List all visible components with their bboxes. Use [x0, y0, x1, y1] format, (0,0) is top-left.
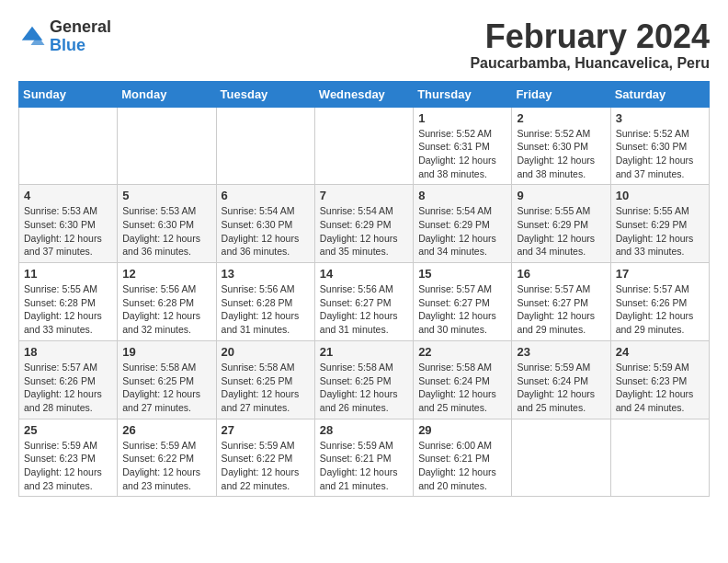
day-number: 27	[222, 423, 310, 437]
calendar-cell: 6Sunrise: 5:54 AMSunset: 6:30 PMDaylight…	[216, 185, 314, 263]
day-number: 14	[320, 267, 408, 281]
calendar-cell: 22Sunrise: 5:58 AMSunset: 6:24 PMDayligh…	[414, 340, 512, 419]
calendar-cell: 14Sunrise: 5:56 AMSunset: 6:27 PMDayligh…	[314, 263, 413, 341]
logo-blue-text: Blue	[50, 36, 85, 54]
day-number: 21	[320, 345, 408, 359]
calendar-cell: 18Sunrise: 5:57 AMSunset: 6:26 PMDayligh…	[19, 340, 118, 419]
calendar-cell: 28Sunrise: 5:59 AMSunset: 6:21 PMDayligh…	[314, 419, 413, 497]
day-info: Sunrise: 5:59 AMSunset: 6:23 PMDaylight:…	[24, 439, 112, 493]
day-info: Sunrise: 6:00 AMSunset: 6:21 PMDaylight:…	[418, 439, 506, 493]
calendar-cell	[118, 107, 216, 185]
calendar-subtitle: Paucarbamba, Huancavelica, Peru	[470, 55, 710, 72]
day-number: 26	[122, 423, 210, 437]
day-info: Sunrise: 5:59 AMSunset: 6:22 PMDaylight:…	[122, 439, 210, 493]
calendar-table: SundayMondayTuesdayWednesdayThursdayFrid…	[18, 81, 710, 498]
day-info: Sunrise: 5:55 AMSunset: 6:29 PMDaylight:…	[616, 204, 704, 259]
day-number: 4	[24, 189, 112, 202]
day-info: Sunrise: 5:52 AMSunset: 6:30 PMDaylight:…	[517, 127, 605, 181]
calendar-cell: 23Sunrise: 5:59 AMSunset: 6:24 PMDayligh…	[512, 340, 610, 419]
calendar-cell	[216, 107, 314, 185]
weekday-header-thursday: Thursday	[414, 81, 512, 107]
day-number: 23	[517, 345, 605, 359]
weekday-header-sunday: Sunday	[19, 81, 118, 107]
calendar-week-3: 11Sunrise: 5:55 AMSunset: 6:28 PMDayligh…	[19, 263, 710, 341]
calendar-cell: 27Sunrise: 5:59 AMSunset: 6:22 PMDayligh…	[216, 419, 314, 497]
day-number: 15	[418, 267, 506, 281]
title-section: February 2024 Paucarbamba, Huancavelica,…	[470, 18, 710, 72]
day-number: 16	[517, 267, 605, 281]
day-info: Sunrise: 5:54 AMSunset: 6:30 PMDaylight:…	[222, 204, 310, 259]
calendar-cell: 26Sunrise: 5:59 AMSunset: 6:22 PMDayligh…	[118, 419, 216, 497]
day-number: 29	[418, 423, 506, 437]
day-info: Sunrise: 5:59 AMSunset: 6:24 PMDaylight:…	[517, 361, 605, 415]
day-info: Sunrise: 5:59 AMSunset: 6:21 PMDaylight:…	[320, 439, 408, 493]
day-info: Sunrise: 5:57 AMSunset: 6:27 PMDaylight:…	[418, 282, 506, 337]
day-info: Sunrise: 5:54 AMSunset: 6:29 PMDaylight:…	[320, 204, 408, 259]
calendar-header: SundayMondayTuesdayWednesdayThursdayFrid…	[19, 81, 710, 107]
page-header: General Blue February 2024 Paucarbamba, …	[18, 18, 710, 72]
calendar-cell: 5Sunrise: 5:53 AMSunset: 6:30 PMDaylight…	[118, 185, 216, 263]
weekday-header-tuesday: Tuesday	[216, 81, 314, 107]
calendar-cell: 3Sunrise: 5:52 AMSunset: 6:30 PMDaylight…	[610, 107, 709, 185]
logo: General Blue	[18, 18, 111, 55]
calendar-title: February 2024	[470, 18, 710, 55]
calendar-week-2: 4Sunrise: 5:53 AMSunset: 6:30 PMDaylight…	[19, 185, 710, 263]
calendar-cell: 2Sunrise: 5:52 AMSunset: 6:30 PMDaylight…	[512, 107, 610, 185]
day-info: Sunrise: 5:56 AMSunset: 6:27 PMDaylight:…	[320, 282, 408, 337]
day-info: Sunrise: 5:58 AMSunset: 6:25 PMDaylight:…	[222, 361, 310, 415]
day-number: 24	[616, 345, 704, 359]
day-number: 25	[24, 423, 112, 437]
day-info: Sunrise: 5:55 AMSunset: 6:29 PMDaylight:…	[517, 204, 605, 259]
calendar-cell: 9Sunrise: 5:55 AMSunset: 6:29 PMDaylight…	[512, 185, 610, 263]
day-number: 13	[222, 267, 310, 281]
calendar-cell: 19Sunrise: 5:58 AMSunset: 6:25 PMDayligh…	[118, 340, 216, 419]
calendar-cell	[19, 107, 118, 185]
day-info: Sunrise: 5:55 AMSunset: 6:28 PMDaylight:…	[24, 282, 112, 337]
calendar-week-1: 1Sunrise: 5:52 AMSunset: 6:31 PMDaylight…	[19, 107, 710, 185]
calendar-cell: 11Sunrise: 5:55 AMSunset: 6:28 PMDayligh…	[19, 263, 118, 341]
day-info: Sunrise: 5:57 AMSunset: 6:26 PMDaylight:…	[616, 282, 704, 337]
day-info: Sunrise: 5:54 AMSunset: 6:29 PMDaylight:…	[418, 204, 506, 259]
calendar-cell: 16Sunrise: 5:57 AMSunset: 6:27 PMDayligh…	[512, 263, 610, 341]
weekday-header-wednesday: Wednesday	[314, 81, 413, 107]
calendar-body: 1Sunrise: 5:52 AMSunset: 6:31 PMDaylight…	[19, 107, 710, 497]
day-info: Sunrise: 5:59 AMSunset: 6:23 PMDaylight:…	[616, 361, 704, 415]
day-number: 6	[222, 189, 310, 202]
day-number: 28	[320, 423, 408, 437]
calendar-cell: 12Sunrise: 5:56 AMSunset: 6:28 PMDayligh…	[118, 263, 216, 341]
day-number: 2	[517, 111, 605, 125]
calendar-cell: 8Sunrise: 5:54 AMSunset: 6:29 PMDaylight…	[414, 185, 512, 263]
day-number: 1	[418, 111, 506, 125]
day-info: Sunrise: 5:56 AMSunset: 6:28 PMDaylight:…	[222, 282, 310, 337]
day-number: 8	[418, 189, 506, 202]
day-number: 22	[418, 345, 506, 359]
calendar-cell: 20Sunrise: 5:58 AMSunset: 6:25 PMDayligh…	[216, 340, 314, 419]
calendar-cell: 24Sunrise: 5:59 AMSunset: 6:23 PMDayligh…	[610, 340, 709, 419]
weekday-header-saturday: Saturday	[610, 81, 709, 107]
calendar-cell	[610, 419, 709, 497]
day-info: Sunrise: 5:52 AMSunset: 6:31 PMDaylight:…	[418, 127, 506, 181]
day-number: 7	[320, 189, 408, 202]
day-info: Sunrise: 5:56 AMSunset: 6:28 PMDaylight:…	[122, 282, 210, 337]
calendar-cell: 29Sunrise: 6:00 AMSunset: 6:21 PMDayligh…	[414, 419, 512, 497]
calendar-cell: 25Sunrise: 5:59 AMSunset: 6:23 PMDayligh…	[19, 419, 118, 497]
calendar-week-5: 25Sunrise: 5:59 AMSunset: 6:23 PMDayligh…	[19, 419, 710, 497]
calendar-cell: 7Sunrise: 5:54 AMSunset: 6:29 PMDaylight…	[314, 185, 413, 263]
weekday-header-monday: Monday	[118, 81, 216, 107]
logo-general-text: General	[50, 17, 111, 36]
calendar-cell: 13Sunrise: 5:56 AMSunset: 6:28 PMDayligh…	[216, 263, 314, 341]
day-number: 9	[517, 189, 605, 202]
calendar-cell: 15Sunrise: 5:57 AMSunset: 6:27 PMDayligh…	[414, 263, 512, 341]
day-info: Sunrise: 5:52 AMSunset: 6:30 PMDaylight:…	[616, 127, 704, 181]
day-info: Sunrise: 5:58 AMSunset: 6:24 PMDaylight:…	[418, 361, 506, 415]
day-info: Sunrise: 5:58 AMSunset: 6:25 PMDaylight:…	[320, 361, 408, 415]
day-info: Sunrise: 5:53 AMSunset: 6:30 PMDaylight:…	[24, 204, 112, 259]
weekday-header-friday: Friday	[512, 81, 610, 107]
day-info: Sunrise: 5:57 AMSunset: 6:26 PMDaylight:…	[24, 361, 112, 415]
weekday-header-row: SundayMondayTuesdayWednesdayThursdayFrid…	[19, 81, 710, 107]
day-number: 12	[122, 267, 210, 281]
day-info: Sunrise: 5:59 AMSunset: 6:22 PMDaylight:…	[222, 439, 310, 493]
logo-icon	[18, 23, 46, 51]
day-number: 17	[616, 267, 704, 281]
calendar-cell: 21Sunrise: 5:58 AMSunset: 6:25 PMDayligh…	[314, 340, 413, 419]
